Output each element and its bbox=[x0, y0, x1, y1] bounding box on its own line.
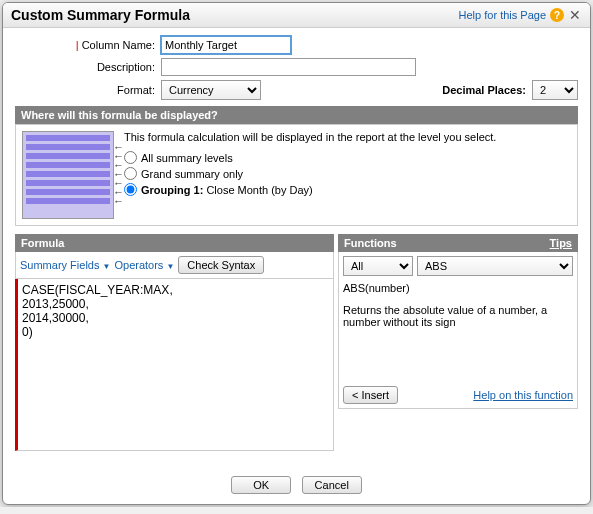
description-input[interactable] bbox=[161, 58, 416, 76]
cancel-button[interactable]: Cancel bbox=[302, 476, 362, 494]
column-name-input[interactable] bbox=[161, 36, 291, 54]
description-label: Description: bbox=[15, 61, 155, 73]
tips-link[interactable]: Tips bbox=[550, 237, 572, 249]
formula-toolbar: Summary Fields ▼ Operators ▼ Check Synta… bbox=[15, 252, 334, 279]
format-label: Format: bbox=[15, 84, 155, 96]
grouping-thumbnail bbox=[22, 131, 114, 219]
decimals-label: Decimal Places: bbox=[442, 84, 526, 96]
summary-fields-menu[interactable]: Summary Fields ▼ bbox=[20, 259, 110, 271]
function-description: ABS(number) Returns the absolute value o… bbox=[343, 282, 573, 378]
dialog-footer: OK Cancel bbox=[3, 465, 590, 504]
help-page-link[interactable]: Help for this Page bbox=[459, 9, 546, 21]
display-intro: This formula calculation will be display… bbox=[124, 131, 496, 143]
titlebar: Custom Summary Formula Help for this Pag… bbox=[3, 3, 590, 28]
operators-menu[interactable]: Operators ▼ bbox=[114, 259, 174, 271]
formula-header: Formula bbox=[15, 234, 334, 252]
chevron-down-icon: ▼ bbox=[103, 262, 111, 271]
ok-button[interactable]: OK bbox=[231, 476, 291, 494]
insert-button[interactable]: < Insert bbox=[343, 386, 398, 404]
display-section-header: Where will this formula be displayed? bbox=[15, 106, 578, 124]
radio-all-levels[interactable] bbox=[124, 151, 137, 164]
radio-grand-summary[interactable] bbox=[124, 167, 137, 180]
chevron-down-icon: ▼ bbox=[166, 262, 174, 271]
display-section: This formula calculation will be display… bbox=[15, 124, 578, 226]
check-syntax-button[interactable]: Check Syntax bbox=[178, 256, 264, 274]
help-icon[interactable]: ? bbox=[550, 8, 564, 22]
function-select[interactable]: ABS bbox=[417, 256, 573, 276]
close-icon[interactable]: ✕ bbox=[568, 8, 582, 22]
column-name-label: | Column Name: bbox=[15, 39, 155, 51]
formula-textarea[interactable]: CASE(FISCAL_YEAR:MAX, 2013,25000, 2014,3… bbox=[15, 279, 334, 451]
dialog-title: Custom Summary Formula bbox=[11, 7, 190, 23]
custom-summary-formula-dialog: Custom Summary Formula Help for this Pag… bbox=[2, 2, 591, 505]
radio-grand-summary-label: Grand summary only bbox=[141, 168, 243, 180]
radio-all-levels-label: All summary levels bbox=[141, 152, 233, 164]
help-function-link[interactable]: Help on this function bbox=[473, 389, 573, 401]
function-category-select[interactable]: All bbox=[343, 256, 413, 276]
decimals-select[interactable]: 2 bbox=[532, 80, 578, 100]
radio-grouping-1-label: Grouping 1: Close Month (by Day) bbox=[141, 184, 313, 196]
format-select[interactable]: Currency bbox=[161, 80, 261, 100]
functions-header: FunctionsTips bbox=[338, 234, 578, 252]
radio-grouping-1[interactable] bbox=[124, 183, 137, 196]
